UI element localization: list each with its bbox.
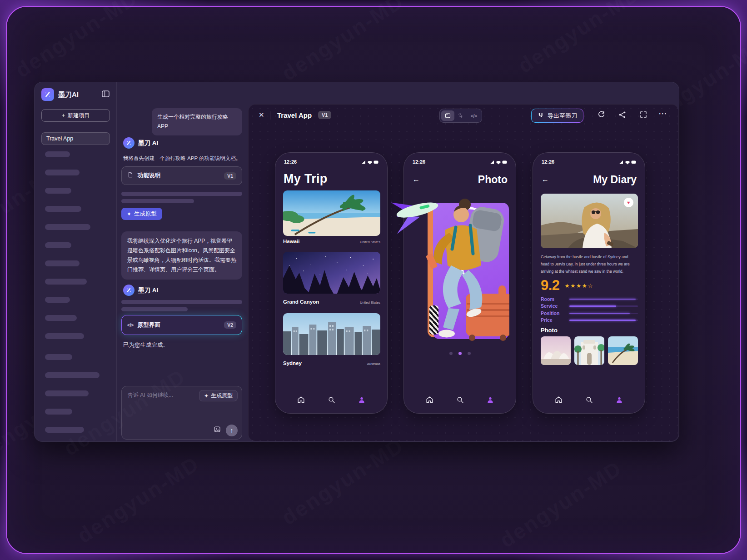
share-icon[interactable] <box>618 110 627 121</box>
page-title: Photo <box>478 174 508 186</box>
carousel-dots[interactable] <box>404 352 516 355</box>
profile-icon[interactable] <box>358 396 366 406</box>
rating-stars: ★★★★☆ <box>565 282 594 289</box>
skeleton-bar <box>45 224 90 230</box>
trip-card-label: Sydney Australia <box>283 360 380 366</box>
mockingbot-glyph-icon <box>538 112 544 120</box>
sydney-image[interactable] <box>283 313 380 355</box>
bottom-nav <box>541 395 637 406</box>
profile-icon[interactable] <box>486 396 494 406</box>
send-button[interactable]: ↑ <box>226 425 238 436</box>
bottom-nav <box>412 395 508 406</box>
trip-card-label: Grand Canyon United States <box>283 299 380 305</box>
phone-mockup-photo: 12:26 ← Photo <box>403 152 516 414</box>
status-bar: 12:26 <box>284 159 378 165</box>
interact-mode-button[interactable] <box>454 110 468 121</box>
export-to-mockingbot-button[interactable]: 导出至墨刀 <box>531 109 583 123</box>
phone-mockup-my-trip: 12:26 My Trip <box>275 152 388 414</box>
thumbnail-opera-house[interactable] <box>541 336 571 365</box>
user-message: 生成一个相对完整的旅行攻略 APP <box>152 108 242 135</box>
skeleton-bar <box>45 315 77 321</box>
proto-card-label: 原型界面 <box>138 321 160 329</box>
document-icon <box>127 171 134 180</box>
back-arrow-icon[interactable]: ← <box>542 175 549 184</box>
favorite-button[interactable]: ♥ <box>624 198 633 207</box>
home-icon[interactable] <box>554 395 563 406</box>
search-icon[interactable] <box>456 396 464 406</box>
skeleton-bar <box>45 390 89 396</box>
user-message: 我将继续深入优化这个旅行 APP，视觉希望是暗色系搭配彩色图片和icon。风景配… <box>121 231 242 280</box>
status-icons <box>361 160 378 165</box>
thumbnail-building[interactable] <box>574 336 604 365</box>
skeleton-bar <box>45 188 71 194</box>
sidebar: 墨刀AI + 新建项目 Travel App <box>35 82 117 441</box>
canvas-version-badge: V1 <box>318 111 331 119</box>
skeleton-bar <box>45 372 100 378</box>
plus-icon: + <box>62 112 65 119</box>
back-arrow-icon[interactable]: ← <box>413 175 420 184</box>
status-icons <box>619 160 636 165</box>
code-mode-button[interactable]: </> <box>467 110 480 121</box>
collapse-sidebar-icon[interactable] <box>102 90 110 99</box>
canvas-title: Travel App <box>277 111 312 119</box>
metric-row: Price <box>541 317 638 324</box>
attach-image-icon[interactable] <box>213 425 221 435</box>
doc-card-label: 功能说明 <box>138 172 160 180</box>
fullscreen-icon[interactable] <box>639 110 647 120</box>
profile-icon[interactable] <box>615 396 623 406</box>
doc-artifact-card[interactable]: 功能说明 V1 <box>121 166 242 185</box>
skeleton-bar <box>45 170 80 175</box>
bottom-nav <box>283 395 379 406</box>
sparkle-icon: ✦ <box>204 393 209 399</box>
heart-icon: ♥ <box>627 200 630 205</box>
chat-input-box: ✦ 生成原型 ↑ <box>121 386 242 440</box>
status-time: 12:26 <box>284 159 297 165</box>
skeleton-bar <box>45 206 81 212</box>
trip-card-label: Hawaii United States <box>283 239 380 244</box>
input-generate-prototype-button[interactable]: ✦ 生成原型 <box>199 390 238 401</box>
search-icon[interactable] <box>328 396 336 406</box>
rating-score: 9.2 <box>541 277 560 294</box>
photo-thumbnails <box>541 336 638 365</box>
hawaii-image[interactable] <box>283 190 380 236</box>
dot[interactable] <box>468 352 471 355</box>
generate-prototype-button[interactable]: ✦ 生成原型 <box>121 208 162 220</box>
home-icon[interactable] <box>297 395 305 406</box>
close-icon[interactable]: ✕ <box>259 111 264 119</box>
app-logo: 墨刀AI <box>41 88 79 101</box>
app-window: 墨刀AI + 新建项目 Travel App 生成一个相对完整的旅行攻略 AP <box>34 82 679 442</box>
view-mode-switcher: </> <box>439 109 482 123</box>
prototype-artifact-card[interactable]: </> 原型界面 V2 <box>121 315 242 335</box>
skeleton-bar <box>45 354 72 360</box>
ai-avatar <box>123 137 134 149</box>
page-title: My Diary <box>593 174 637 186</box>
skeleton-bar <box>121 199 194 203</box>
photo-card[interactable] <box>433 203 509 339</box>
thumbnail-beach[interactable] <box>608 336 638 365</box>
send-arrow-icon: ↑ <box>230 427 234 434</box>
preview-canvas: ✕ Travel App V1 </> 导出至墨刀 ⋯ <box>248 104 679 441</box>
skeleton-bar <box>121 300 242 304</box>
skeleton-bar <box>121 192 242 196</box>
diary-photo[interactable]: ♥ <box>541 194 638 248</box>
proto-version-badge: V2 <box>224 321 236 329</box>
mockingbot-logo-icon <box>41 88 54 101</box>
home-icon[interactable] <box>425 395 434 406</box>
dot[interactable] <box>449 352 453 355</box>
search-icon[interactable] <box>585 396 593 406</box>
doc-version-badge: V1 <box>224 172 236 180</box>
skeleton-bar <box>45 333 84 339</box>
more-icon[interactable]: ⋯ <box>658 108 667 119</box>
status-time: 12:26 <box>542 159 554 165</box>
code-icon: </> <box>127 322 134 328</box>
preview-mode-button[interactable] <box>441 110 454 121</box>
refresh-icon[interactable] <box>597 110 606 121</box>
new-project-button[interactable]: + 新建项目 <box>41 109 110 122</box>
chat-input[interactable] <box>128 392 198 398</box>
grand-canyon-image[interactable] <box>283 252 380 294</box>
dot-active[interactable] <box>458 352 462 355</box>
app-title: 墨刀AI <box>58 90 79 99</box>
skeleton-bar <box>45 242 71 248</box>
ai-message-text: 我将首先创建一个旅行攻略 APP 的功能说明文档。 <box>123 155 241 162</box>
sidebar-item-travel-app[interactable]: Travel App <box>41 132 110 145</box>
